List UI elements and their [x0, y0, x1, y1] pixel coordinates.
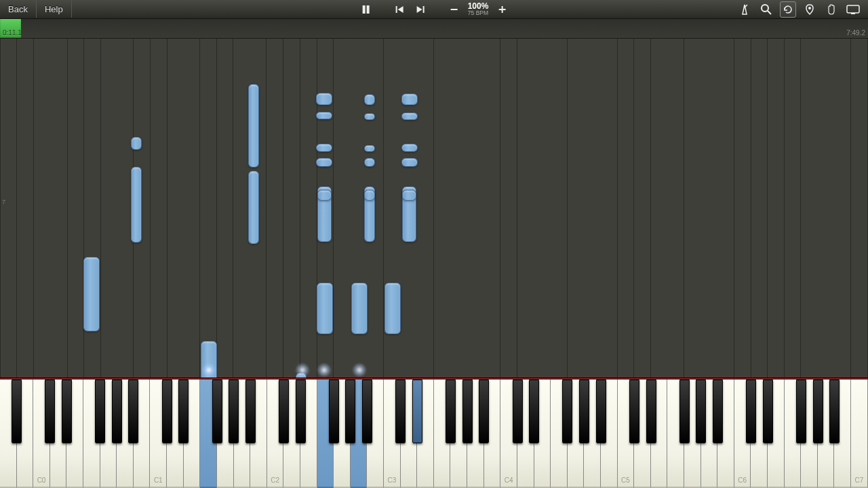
note [316, 93, 332, 105]
time-current: 0:11.1 [3, 29, 22, 37]
svg-rect-2 [396, 6, 397, 13]
svg-point-8 [762, 5, 768, 12]
black-key[interactable] [362, 380, 372, 443]
svg-rect-11 [847, 5, 859, 13]
note [364, 113, 375, 120]
toolbar: Back Help 100% 75 BPM [0, 0, 868, 19]
black-key[interactable] [62, 380, 72, 443]
black-key[interactable] [796, 380, 806, 443]
key-label: C7 [851, 476, 867, 484]
note [364, 158, 375, 167]
note [316, 112, 332, 119]
black-key[interactable] [279, 380, 289, 443]
black-key[interactable] [395, 380, 406, 443]
note [401, 113, 418, 120]
help-button[interactable]: Help [37, 1, 72, 18]
next-button[interactable] [414, 3, 427, 16]
note [316, 144, 332, 152]
piano-keyboard[interactable]: C0C1C2C3C4C5C6C7 [0, 378, 868, 488]
black-key[interactable] [329, 380, 339, 443]
zoom-out-button[interactable] [448, 3, 461, 16]
marker-icon[interactable] [802, 1, 818, 18]
black-key[interactable] [128, 380, 138, 443]
black-key[interactable] [646, 380, 656, 443]
note [248, 84, 259, 167]
black-key[interactable] [579, 380, 589, 443]
bpm-label: 75 BPM [468, 10, 488, 16]
black-key[interactable] [162, 380, 172, 443]
black-key[interactable] [596, 380, 606, 443]
black-key[interactable] [529, 380, 539, 443]
key-label: C0 [33, 476, 50, 484]
svg-rect-6 [501, 6, 502, 13]
note [384, 283, 401, 334]
zoom-in-button[interactable] [495, 3, 509, 16]
black-key[interactable] [629, 380, 639, 443]
black-key[interactable] [679, 380, 690, 443]
note [316, 158, 332, 167]
black-key[interactable] [813, 380, 823, 443]
key-label: C1 [150, 476, 166, 484]
black-key[interactable] [95, 380, 105, 443]
black-key[interactable] [112, 380, 122, 443]
measure-number: 7 [2, 199, 5, 205]
progress-bar[interactable]: 0:11.1 7:49.2 [0, 19, 868, 39]
note [131, 167, 142, 243]
note [364, 94, 375, 105]
black-key[interactable] [212, 380, 222, 443]
black-key[interactable] [829, 380, 840, 443]
note [401, 158, 418, 167]
back-button[interactable]: Back [0, 1, 37, 18]
key-label: C6 [734, 476, 751, 484]
hand-icon[interactable] [823, 1, 840, 18]
black-key[interactable] [245, 380, 256, 443]
svg-rect-4 [451, 9, 458, 10]
black-key[interactable] [562, 380, 572, 443]
note [402, 190, 416, 201]
black-key[interactable] [446, 380, 456, 443]
black-key[interactable] [178, 380, 189, 443]
svg-rect-1 [367, 5, 370, 14]
note [401, 94, 418, 105]
key-label: C5 [618, 476, 634, 484]
black-key[interactable] [229, 380, 239, 443]
black-key[interactable] [12, 380, 22, 443]
black-key[interactable] [345, 380, 355, 443]
svg-rect-12 [851, 13, 855, 14]
black-key[interactable] [412, 380, 422, 443]
metronome-icon[interactable] [736, 1, 753, 18]
note [83, 257, 100, 331]
search-icon[interactable] [758, 1, 774, 18]
note [351, 283, 368, 334]
zoom-info: 100% 75 BPM [468, 2, 489, 16]
svg-rect-0 [363, 5, 366, 14]
black-key[interactable] [462, 380, 473, 443]
svg-line-9 [768, 11, 771, 14]
black-key[interactable] [513, 380, 523, 443]
black-key[interactable] [296, 380, 306, 443]
key-label: C3 [384, 476, 400, 484]
note [248, 171, 259, 244]
pause-button[interactable] [359, 3, 373, 16]
white-key[interactable]: C7 [851, 380, 868, 488]
black-key[interactable] [696, 380, 706, 443]
key-label: C2 [267, 476, 283, 484]
black-key[interactable] [763, 380, 773, 443]
note [317, 190, 332, 201]
black-key[interactable] [479, 380, 489, 443]
prev-button[interactable] [393, 3, 407, 16]
note [317, 283, 333, 334]
display-icon[interactable] [845, 1, 861, 18]
note [131, 137, 142, 150]
black-key[interactable] [713, 380, 723, 443]
black-key[interactable] [45, 380, 55, 443]
note-roll[interactable]: 7 [0, 39, 868, 378]
black-key[interactable] [746, 380, 756, 443]
key-label: C4 [500, 476, 517, 484]
note [401, 144, 418, 152]
note [364, 190, 375, 201]
note [364, 145, 375, 152]
loop-icon[interactable] [780, 1, 796, 18]
time-total: 7:49.2 [846, 29, 865, 37]
svg-point-10 [808, 7, 811, 9]
